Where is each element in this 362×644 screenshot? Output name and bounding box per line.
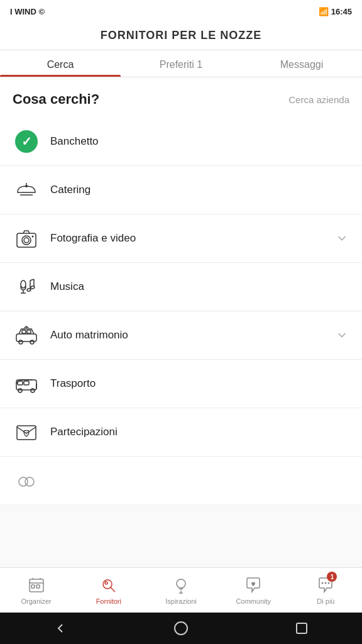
auto-icon <box>13 321 40 349</box>
svg-point-39 <box>105 582 107 584</box>
partecipazioni-icon <box>13 418 40 446</box>
dipiu-badge: 1 <box>327 572 337 582</box>
svg-point-45 <box>328 582 330 584</box>
fotografia-chevron <box>334 231 349 246</box>
android-nav-bar <box>0 613 362 644</box>
svg-point-6 <box>24 238 29 243</box>
svg-rect-47 <box>297 623 307 633</box>
auto-label: Auto matrimonio <box>50 329 334 341</box>
nav-ispirazioni[interactable]: Ispirazioni <box>145 568 217 613</box>
catering-label: Catering <box>50 184 349 196</box>
carrier-text: I WIND © <box>10 7 45 16</box>
ispirazioni-label: Ispirazioni <box>165 597 197 605</box>
svg-point-15 <box>31 286 35 289</box>
trasporto-icon <box>13 370 40 397</box>
svg-line-12 <box>30 279 34 280</box>
category-item-trasporto[interactable]: Trasporto <box>0 360 362 408</box>
banchetto-label: Banchetto <box>50 135 349 148</box>
fotografia-icon <box>13 225 40 252</box>
status-icons: 📶 16:45 <box>319 7 352 16</box>
tab-cerca[interactable]: Cerca <box>0 50 121 77</box>
svg-point-46 <box>175 622 187 635</box>
svg-rect-36 <box>36 585 40 588</box>
status-bar: I WIND © 📶 16:45 <box>0 0 362 23</box>
category-item-auto[interactable]: Auto matrimonio <box>0 311 362 360</box>
svg-point-17 <box>19 340 23 344</box>
category-list: Banchetto Catering <box>0 118 362 505</box>
musica-label: Musica <box>50 280 349 293</box>
nav-organizer[interactable]: Organizer <box>0 568 72 613</box>
home-button[interactable] <box>171 618 191 638</box>
svg-point-26 <box>31 389 35 392</box>
category-item-musica[interactable]: Musica <box>0 263 362 311</box>
nav-dipiu[interactable]: 1 Di più <box>290 568 362 613</box>
svg-point-8 <box>21 280 26 288</box>
tab-preferiti[interactable]: Preferiti 1 <box>121 50 241 77</box>
category-item-partecipazioni[interactable]: Partecipazioni <box>0 408 362 457</box>
bottom-nav: Organizer Fornitori Ispirazioni <box>0 567 362 613</box>
recents-button[interactable] <box>292 618 312 638</box>
community-label: Community <box>236 597 271 605</box>
svg-rect-35 <box>31 585 35 588</box>
musica-icon <box>13 273 40 301</box>
svg-point-25 <box>18 389 22 392</box>
nav-fornitori[interactable]: Fornitori <box>72 568 145 613</box>
tab-messaggi[interactable]: Messaggi <box>241 50 362 77</box>
fotografia-label: Fotografia e video <box>50 232 334 245</box>
nav-community[interactable]: Community <box>217 568 290 613</box>
dipiu-label: Di più <box>317 597 334 605</box>
banchetto-icon <box>13 128 40 155</box>
svg-point-2 <box>25 185 28 187</box>
organizer-icon <box>27 576 46 595</box>
category-item-banchetto[interactable]: Banchetto <box>0 118 362 166</box>
svg-rect-24 <box>24 381 29 385</box>
svg-point-14 <box>27 289 31 292</box>
svg-rect-28 <box>17 426 36 440</box>
auto-chevron <box>334 328 349 343</box>
svg-point-37 <box>103 580 112 589</box>
svg-rect-19 <box>22 330 26 333</box>
cerca-azienda-link[interactable]: Cerca azienda <box>288 94 349 105</box>
svg-point-5 <box>22 236 31 245</box>
organizer-label: Organizer <box>21 597 51 605</box>
partecipazioni-label: Partecipazioni <box>50 426 349 438</box>
fornitori-search-icon <box>99 576 118 595</box>
svg-point-18 <box>30 340 34 344</box>
fornitori-label: Fornitori <box>96 597 121 605</box>
app-title: FORNITORI PER LE NOZZE <box>101 29 262 42</box>
svg-point-30 <box>25 477 34 486</box>
section-title: Cosa cerchi? <box>13 91 99 108</box>
app-header: FORNITORI PER LE NOZZE <box>0 23 362 50</box>
category-item-fotografia[interactable]: Fotografia e video <box>0 214 362 263</box>
category-item-catering[interactable]: Catering <box>0 166 362 214</box>
svg-rect-20 <box>27 330 31 333</box>
section-header: Cosa cerchi? Cerca azienda <box>0 77 362 118</box>
svg-point-7 <box>32 236 34 238</box>
back-button[interactable] <box>50 618 70 638</box>
tab-bar: Cerca Preferiti 1 Messaggi <box>0 50 362 77</box>
category-item-partial[interactable] <box>0 457 362 505</box>
community-icon <box>244 576 263 595</box>
svg-line-38 <box>111 587 115 592</box>
svg-point-21 <box>26 326 28 328</box>
trasporto-label: Trasporto <box>50 377 349 390</box>
ispirazioni-icon <box>172 576 190 595</box>
time-display: 16:45 <box>331 7 352 16</box>
svg-point-44 <box>325 582 327 584</box>
partial-icon <box>13 467 40 494</box>
catering-icon <box>13 176 40 204</box>
main-content: Cosa cerchi? Cerca azienda Banchetto <box>0 77 362 567</box>
signal-icon: 📶 <box>319 7 329 16</box>
svg-point-43 <box>322 582 324 584</box>
svg-point-40 <box>177 579 185 588</box>
